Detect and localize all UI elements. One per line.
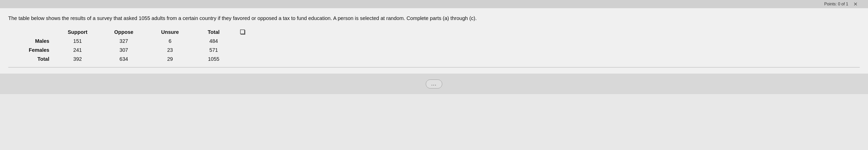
row-females-label: Females	[13, 46, 55, 54]
top-bar: Points: 0 of 1 ✕	[0, 0, 868, 8]
row-total-support: 392	[55, 55, 101, 63]
main-content: The table below shows the results of a s…	[0, 8, 868, 74]
row-total-oppose: 634	[101, 55, 147, 63]
header-icon-cell	[234, 28, 250, 36]
header-total: Total	[193, 28, 234, 36]
close-icon[interactable]: ✕	[854, 1, 858, 7]
row-total-total: 1055	[193, 55, 234, 63]
row-males-total: 484	[193, 37, 234, 45]
row-females-unsure: 23	[147, 46, 193, 54]
ellipsis-button[interactable]: ...	[426, 79, 442, 88]
survey-table-container: Support Oppose Unsure Total Males 151 32…	[13, 28, 860, 63]
row-total-label: Total	[13, 55, 55, 63]
points-text: Points: 0 of 1	[824, 2, 848, 6]
divider	[8, 67, 860, 68]
bottom-bar: ...	[0, 74, 868, 94]
row-males-oppose: 327	[101, 37, 147, 45]
table-wrapper: Support Oppose Unsure Total Males 151 32…	[13, 28, 860, 63]
row-total-empty	[234, 55, 250, 63]
description-text: The table below shows the results of a s…	[8, 14, 727, 22]
row-females-support: 241	[55, 46, 101, 54]
header-oppose: Oppose	[101, 28, 147, 36]
row-males-label: Males	[13, 37, 55, 45]
row-males-support: 151	[55, 37, 101, 45]
row-total-unsure: 29	[147, 55, 193, 63]
copy-icon[interactable]	[241, 30, 245, 35]
header-support: Support	[55, 28, 101, 36]
row-males-unsure: 6	[147, 37, 193, 45]
header-empty	[13, 28, 55, 36]
row-females-empty	[234, 46, 250, 54]
row-females-oppose: 307	[101, 46, 147, 54]
row-males-empty	[234, 37, 250, 45]
row-females-total: 571	[193, 46, 234, 54]
header-unsure: Unsure	[147, 28, 193, 36]
